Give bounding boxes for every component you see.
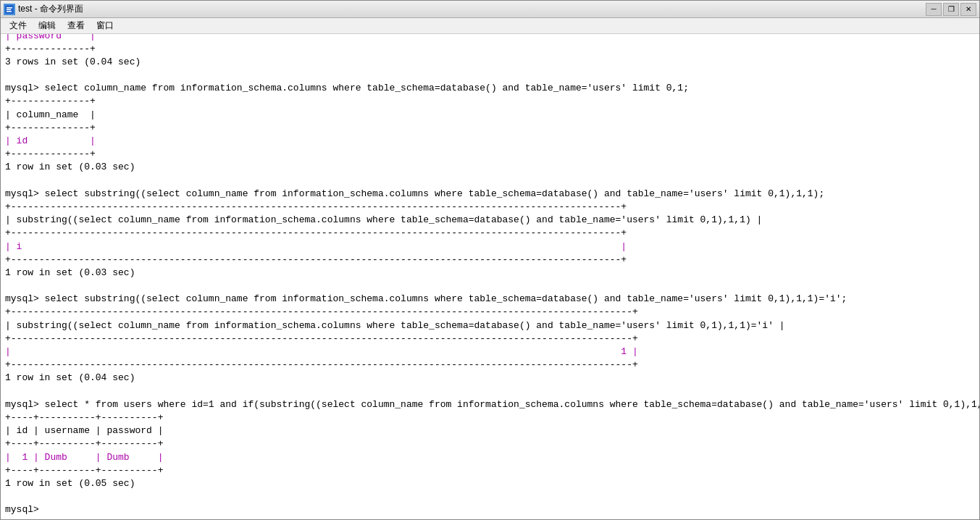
menu-file[interactable]: 文件 [4, 18, 33, 33]
title-bar-left: test - 命令列界面 [4, 3, 83, 15]
terminal-output[interactable]: mysql> use security; Database changed my… [1, 34, 979, 519]
minimize-button[interactable]: ─ [926, 3, 942, 16]
main-window: test - 命令列界面 ─ ❐ ✕ 文件 编辑 查看 窗口 mysql> us… [0, 0, 980, 520]
menu-window[interactable]: 窗口 [91, 18, 120, 33]
svg-rect-2 [7, 9, 11, 10]
window-title: test - 命令列界面 [18, 3, 83, 15]
restore-button[interactable]: ❐ [943, 3, 959, 16]
title-bar: test - 命令列界面 ─ ❐ ✕ [1, 1, 979, 18]
menu-bar: 文件 编辑 查看 窗口 [1, 18, 979, 34]
menu-view[interactable]: 查看 [62, 18, 91, 33]
terminal-container: mysql> use security; Database changed my… [1, 34, 979, 519]
app-icon [4, 4, 15, 15]
title-bar-buttons: ─ ❐ ✕ [926, 3, 976, 16]
svg-rect-3 [7, 11, 12, 12]
close-button[interactable]: ✕ [960, 3, 976, 16]
svg-rect-1 [7, 7, 12, 9]
menu-edit[interactable]: 编辑 [33, 18, 62, 33]
